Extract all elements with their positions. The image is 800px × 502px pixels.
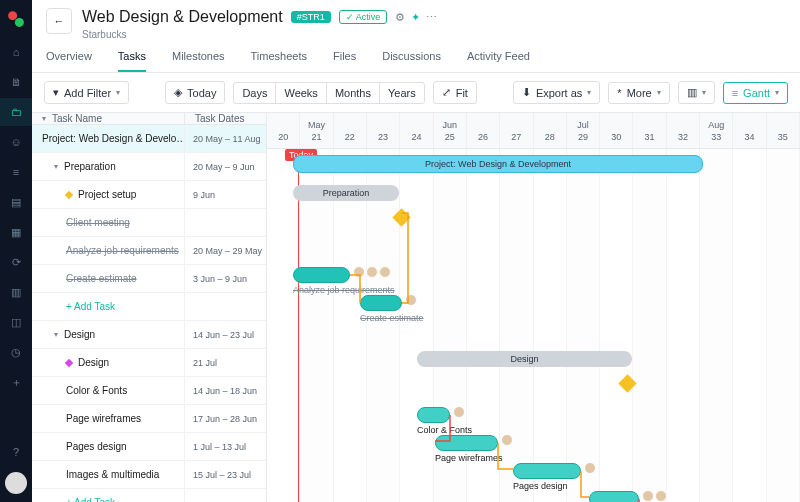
- milestone-dot: [65, 190, 73, 198]
- clock-icon[interactable]: ◷: [0, 338, 32, 366]
- task-row[interactable]: ▾Preparation20 May – 9 Jun: [32, 153, 266, 181]
- bar-design-group[interactable]: Design: [417, 351, 632, 367]
- task-row[interactable]: Create estimate3 Jun – 9 Jun: [32, 265, 266, 293]
- gear-icon: *: [617, 87, 621, 99]
- assignees-color[interactable]: [453, 406, 465, 418]
- chart-icon[interactable]: ◫: [0, 308, 32, 336]
- more-button[interactable]: *More▾: [608, 82, 669, 104]
- caret-icon[interactable]: ▾: [54, 162, 58, 171]
- collapse-icon[interactable]: ▾: [42, 114, 46, 123]
- bar-pages[interactable]: [513, 463, 581, 479]
- assignees-wire[interactable]: [501, 434, 513, 446]
- timeline-cell: Aug33: [700, 113, 733, 148]
- project-id-chip: #STR1: [291, 11, 331, 23]
- task-row[interactable]: ▾Design14 Jun – 23 Jul: [32, 321, 266, 349]
- task-row[interactable]: Design21 Jul: [32, 349, 266, 377]
- gantt-chart[interactable]: 20May21222324Jun25262728Jul29303132Aug33…: [267, 113, 800, 502]
- assignees-pages[interactable]: [584, 462, 596, 474]
- export-button[interactable]: ⬇Export as▾: [513, 81, 600, 104]
- task-row[interactable]: Analyze job requirements20 May – 29 May: [32, 237, 266, 265]
- task-dates: 20 May – 11 Aug: [184, 125, 266, 152]
- task-name: Design: [64, 329, 95, 340]
- db-icon[interactable]: ▤: [0, 188, 32, 216]
- tab-overview[interactable]: Overview: [46, 50, 92, 72]
- page-title: Web Design & Development: [82, 8, 283, 26]
- bar-wire[interactable]: [435, 435, 498, 451]
- timeline-cell: 22: [334, 113, 367, 148]
- bell-icon[interactable]: ✦: [411, 11, 420, 24]
- assignees-analyze[interactable]: [353, 266, 391, 278]
- bar-project[interactable]: Project: Web Design & Development: [293, 155, 703, 173]
- days-button[interactable]: Days: [233, 82, 276, 104]
- grid-icon[interactable]: ▦: [0, 218, 32, 246]
- target-icon: ◈: [174, 86, 182, 99]
- timeline-cell: 32: [667, 113, 700, 148]
- timeline-cell: Jun25: [434, 113, 467, 148]
- folder-icon[interactable]: 🗀: [0, 98, 32, 126]
- view-button[interactable]: ≡Gantt▾: [723, 82, 788, 104]
- task-dates: 20 May – 9 Jun: [184, 153, 266, 180]
- bar-preparation-group[interactable]: Preparation: [293, 185, 399, 201]
- more-icon[interactable]: ⋯: [426, 11, 437, 24]
- label-analyze: Analyze job requirements: [293, 285, 395, 295]
- months-button[interactable]: Months: [326, 82, 380, 104]
- task-row[interactable]: Page wireframes17 Jun – 28 Jun: [32, 405, 266, 433]
- years-button[interactable]: Years: [379, 82, 425, 104]
- tab-milestones[interactable]: Milestones: [172, 50, 225, 72]
- bar-images[interactable]: [589, 491, 639, 502]
- task-name: + Add Task: [66, 497, 115, 502]
- logo-icon[interactable]: [0, 4, 32, 34]
- timeline-cell: Jul29: [567, 113, 600, 148]
- tab-timesheets[interactable]: Timesheets: [251, 50, 307, 72]
- bar-create[interactable]: [360, 295, 402, 311]
- task-row[interactable]: + Add Task: [32, 489, 266, 502]
- today-button[interactable]: ◈Today: [165, 81, 225, 104]
- task-row[interactable]: Project: Web Design & Develo…20 May – 11…: [32, 125, 266, 153]
- task-name: Project setup: [78, 189, 136, 200]
- task-name: Design: [78, 357, 109, 368]
- task-dates: 20 May – 29 May: [184, 237, 266, 264]
- milestone-dot: [65, 358, 73, 366]
- task-row[interactable]: + Add Task: [32, 293, 266, 321]
- tab-tasks[interactable]: Tasks: [118, 50, 146, 72]
- bar-color[interactable]: [417, 407, 450, 423]
- refresh-icon[interactable]: ⟳: [0, 248, 32, 276]
- task-name: Pages design: [66, 441, 127, 452]
- tab-discussions[interactable]: Discussions: [382, 50, 441, 72]
- weeks-button[interactable]: Weeks: [275, 82, 326, 104]
- back-button[interactable]: ←: [46, 8, 72, 34]
- calendar-icon[interactable]: ▥: [0, 278, 32, 306]
- person-icon[interactable]: ☺: [0, 128, 32, 156]
- plus-icon[interactable]: ＋: [0, 368, 32, 396]
- task-name: Project: Web Design & Develo…: [42, 133, 184, 144]
- columns-icon: ▥: [687, 86, 697, 99]
- fit-button[interactable]: ⤢Fit: [433, 81, 477, 104]
- task-row[interactable]: Color & Fonts14 Jun – 18 Jun: [32, 377, 266, 405]
- caret-icon[interactable]: ▾: [54, 330, 58, 339]
- label-create: Create estimate: [360, 313, 424, 323]
- fit-icon: ⤢: [442, 86, 451, 99]
- home-icon[interactable]: ⌂: [0, 38, 32, 66]
- doc-icon[interactable]: 🗎: [0, 68, 32, 96]
- layout-button[interactable]: ▥▾: [678, 81, 715, 104]
- assignees-create[interactable]: [405, 294, 417, 306]
- task-dates: 9 Jun: [184, 181, 266, 208]
- user-avatar[interactable]: [5, 472, 27, 494]
- tabbar: Overview Tasks Milestones Timesheets Fil…: [32, 40, 800, 73]
- task-row[interactable]: Client meeting: [32, 209, 266, 237]
- help-icon[interactable]: ?: [0, 438, 32, 466]
- settings-icon[interactable]: ⚙: [395, 11, 405, 24]
- list-icon[interactable]: ≡: [0, 158, 32, 186]
- add-filter-button[interactable]: ▾Add Filter▾: [44, 81, 129, 104]
- task-row[interactable]: Project setup9 Jun: [32, 181, 266, 209]
- task-row[interactable]: Pages design1 Jul – 13 Jul: [32, 433, 266, 461]
- task-dates: 17 Jun – 28 Jun: [184, 405, 266, 432]
- task-row[interactable]: Images & multimedia15 Jul – 23 Jul: [32, 461, 266, 489]
- assignees-images[interactable]: [642, 490, 667, 502]
- tab-activity[interactable]: Activity Feed: [467, 50, 530, 72]
- task-name: Client meeting: [66, 217, 130, 228]
- task-name: Images & multimedia: [66, 469, 159, 480]
- status-chip[interactable]: ✓ Active: [339, 10, 388, 24]
- tab-files[interactable]: Files: [333, 50, 356, 72]
- bar-analyze[interactable]: [293, 267, 350, 283]
